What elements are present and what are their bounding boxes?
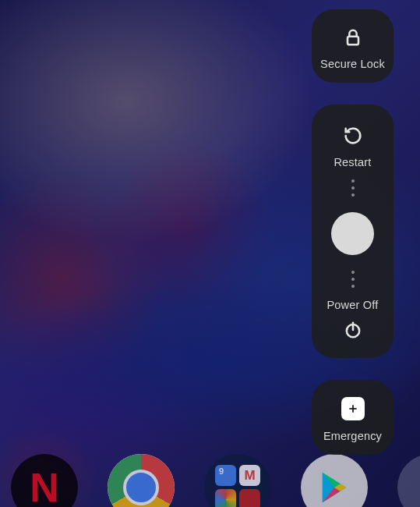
power-menu: Secure Lock Restart Power Off Emergency xyxy=(312,9,394,455)
power-slider-card: Restart Power Off xyxy=(312,105,394,358)
slider-dots-top xyxy=(351,179,355,197)
dock-app-generic[interactable] xyxy=(397,454,420,507)
emergency-label: Emergency xyxy=(323,430,382,442)
emergency-button[interactable]: Emergency xyxy=(312,380,394,455)
dock-folder-google[interactable]: M xyxy=(204,454,271,507)
dock-app-chrome[interactable] xyxy=(108,454,175,507)
secure-lock-button[interactable]: Secure Lock xyxy=(312,9,394,83)
slider-dots-bottom xyxy=(351,271,355,288)
power-slider-knob[interactable] xyxy=(331,212,374,255)
plus-icon xyxy=(341,397,365,420)
secure-lock-label: Secure Lock xyxy=(320,58,385,70)
svg-rect-0 xyxy=(348,37,358,45)
lock-icon xyxy=(342,27,364,48)
power-off-label[interactable]: Power Off xyxy=(326,299,378,311)
restart-icon xyxy=(342,125,364,147)
dock-app-play-store[interactable] xyxy=(301,454,368,507)
dock-app-netflix[interactable]: N xyxy=(11,454,78,507)
power-icon xyxy=(342,319,364,341)
restart-label[interactable]: Restart xyxy=(334,156,371,168)
app-dock: N M xyxy=(0,454,420,507)
